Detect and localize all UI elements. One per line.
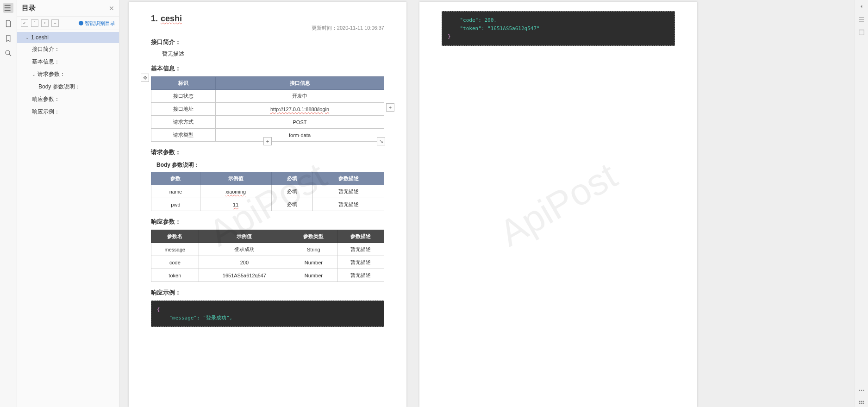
svg-point-0 <box>6 50 10 55</box>
table-cell: token <box>151 269 199 282</box>
table-row: message登录成功String暂无描述 <box>151 243 384 256</box>
table-header: 标识 <box>151 77 216 90</box>
table-cell: 200 <box>199 256 290 269</box>
table-header: 示例值 <box>199 230 290 243</box>
tool-up-icon[interactable]: ˄ <box>31 19 38 27</box>
table-cell: 暂无描述 <box>337 256 384 269</box>
svg-point-2 <box>859 390 860 391</box>
table-header: 参数描述 <box>313 172 384 185</box>
table-cell: 请求方式 <box>151 116 216 129</box>
table-row: namexiaoming必填暂无描述 <box>151 185 384 198</box>
intro-text: 暂无描述 <box>162 50 384 58</box>
table-cell: 必填 <box>271 198 313 211</box>
outline-item[interactable]: Body 参数说明： <box>17 81 119 93</box>
section-request: 请求参数： <box>151 148 384 157</box>
table-cell: 请求类型 <box>151 129 216 142</box>
left-rail <box>0 0 17 407</box>
table-header: 接口信息 <box>216 77 384 90</box>
watermark: ApiPost <box>493 154 624 255</box>
svg-point-3 <box>861 390 862 391</box>
chevron-icon[interactable]: ⌄ <box>25 35 29 40</box>
table-cell: 暂无描述 <box>337 269 384 282</box>
doc-title: 1.ceshi <box>151 14 384 24</box>
section-response: 响应参数： <box>151 218 384 226</box>
table-cell: 暂无描述 <box>337 243 384 256</box>
svg-rect-1 <box>859 30 864 35</box>
table-cell: name <box>151 185 200 198</box>
tool-minus-icon[interactable]: − <box>51 19 59 27</box>
table-cell: 接口地址 <box>151 103 216 116</box>
basic-info-table: 标识接口信息 接口状态开发中接口地址http://127.0.0.1:8888/… <box>151 76 384 142</box>
page-2: ApiPost "code": 200, "token": "1651AS5a6… <box>419 2 697 407</box>
style-icon[interactable] <box>858 29 865 36</box>
table-row: 接口地址http://127.0.0.1:8888/login <box>151 103 384 116</box>
collapse-icon[interactable] <box>858 3 865 10</box>
table-header: 参数描述 <box>337 230 384 243</box>
tool-plus-icon[interactable]: + <box>41 19 49 27</box>
updated-time: 更新时间：2020-11-11 10:06:37 <box>151 25 384 31</box>
svg-point-4 <box>863 390 864 391</box>
grid-icon[interactable] <box>858 400 865 407</box>
outline-item[interactable]: 接口简介： <box>17 43 119 56</box>
outline-item[interactable]: 基本信息： <box>17 56 119 68</box>
table-header: 示例值 <box>200 172 271 185</box>
more-icon[interactable] <box>858 387 865 394</box>
table-cell: pwd <box>151 198 200 211</box>
page-1: ApiPost 1.ceshi 更新时间：2020-11-11 10:06:37… <box>129 2 406 407</box>
bookmark-icon[interactable] <box>4 34 12 43</box>
request-params-table: 参数示例值必填参数描述 namexiaoming必填暂无描述pwd11必填暂无描… <box>151 172 384 211</box>
response-params-table: 参数名示例值参数类型参数描述 message登录成功String暂无描述code… <box>151 230 384 282</box>
close-icon[interactable]: ✕ <box>109 5 114 12</box>
table-cell: 暂无描述 <box>313 185 384 198</box>
code-block-1: { "message": "登录成功", <box>151 301 384 327</box>
layers-icon[interactable] <box>858 16 865 23</box>
right-rail <box>855 0 868 407</box>
table-handle-tl-icon[interactable]: ✥ <box>141 74 149 82</box>
table-handle-b-icon[interactable]: + <box>263 137 272 145</box>
table-cell: message <box>151 243 199 256</box>
table-cell: 11 <box>200 198 271 211</box>
section-body: Body 参数说明： <box>156 161 384 169</box>
section-basic: 基本信息： <box>151 64 384 73</box>
sidebar: 目录 ✕ ✓ ˄ + − 智能识别目录 ⌄1.ceshi接口简介：基本信息：⌄请… <box>17 0 119 407</box>
page-icon[interactable] <box>4 19 12 28</box>
outline-icon[interactable] <box>3 3 13 13</box>
table-cell: Number <box>290 269 337 282</box>
code-block-2: "code": 200, "token": "1651AS5a612q547" … <box>442 11 675 46</box>
table-cell: 开发中 <box>216 90 384 103</box>
table-cell: 接口状态 <box>151 90 216 103</box>
table-cell: 暂无描述 <box>313 198 384 211</box>
table-header: 参数类型 <box>290 230 337 243</box>
table-row: 接口状态开发中 <box>151 90 384 103</box>
table-cell: http://127.0.0.1:8888/login <box>216 103 384 116</box>
sidebar-title: 目录 <box>22 4 36 13</box>
table-handle-br-icon[interactable]: ↘ <box>377 137 385 145</box>
table-header: 必填 <box>271 172 313 185</box>
section-example: 响应示例： <box>151 288 384 297</box>
smart-detect-link[interactable]: 智能识别目录 <box>79 20 115 27</box>
chevron-icon[interactable]: ⌄ <box>32 72 36 77</box>
table-row: pwd11必填暂无描述 <box>151 198 384 211</box>
table-row: code200Number暂无描述 <box>151 256 384 269</box>
table-cell: Number <box>290 256 337 269</box>
table-header: 参数 <box>151 172 200 185</box>
table-cell: code <box>151 256 199 269</box>
outline-tree: ⌄1.ceshi接口简介：基本信息：⌄请求参数：Body 参数说明：响应参数：响… <box>17 30 119 407</box>
table-cell: String <box>290 243 337 256</box>
outline-item[interactable]: 响应示例： <box>17 106 119 118</box>
outline-item[interactable]: 响应参数： <box>17 93 119 106</box>
table-handle-r-icon[interactable]: + <box>386 103 394 112</box>
table-cell: form-data <box>216 129 384 142</box>
outline-item[interactable]: ⌄请求参数： <box>17 68 119 81</box>
document-canvas[interactable]: ApiPost 1.ceshi 更新时间：2020-11-11 10:06:37… <box>119 0 855 407</box>
table-row: 请求方式POST <box>151 116 384 129</box>
table-header: 参数名 <box>151 230 199 243</box>
table-cell: 登录成功 <box>199 243 290 256</box>
table-cell: xiaoming <box>200 185 271 198</box>
table-cell: 1651AS5a612q547 <box>199 269 290 282</box>
search-icon[interactable] <box>4 49 12 57</box>
toolbar-icons: ✓ ˄ + − <box>21 19 59 27</box>
table-cell: 必填 <box>271 185 313 198</box>
outline-item[interactable]: ⌄1.ceshi <box>17 32 119 43</box>
tool-check-icon[interactable]: ✓ <box>21 19 28 27</box>
